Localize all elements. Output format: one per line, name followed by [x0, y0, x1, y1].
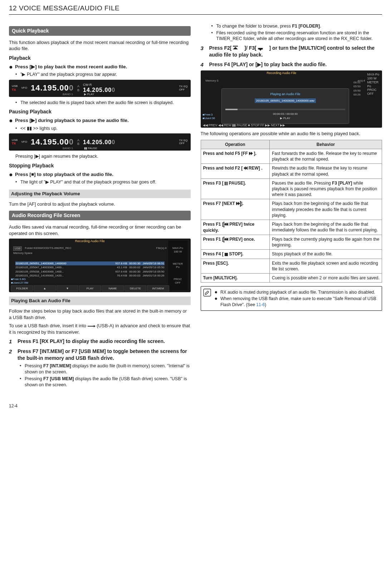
pause-note-text: << ▮▮ >> lights up.: [20, 126, 58, 132]
bullet-icon: •: [15, 72, 18, 78]
bullet-icon: •: [20, 376, 22, 382]
bullet-dot-icon: ●: [9, 117, 13, 124]
bullet-icon: •: [15, 179, 18, 185]
lcd-freq-a: 14.195.000: [31, 137, 74, 147]
pause-resume-text: Pressing [▶] again resumes the playback.: [15, 153, 191, 160]
lcd-file-row: 20180105_055038_14003000_1400... 937.6 K…: [15, 270, 165, 274]
bullet-icon: •: [15, 100, 18, 106]
op-cell: Press and hold F5 [FF ].: [201, 149, 269, 164]
op-cell: Press F4 [ STOP].: [201, 250, 269, 259]
link-11-6[interactable]: 11-6: [256, 302, 265, 307]
stop-note-line: • The light of "▶ PLAY" and that of the …: [15, 179, 191, 185]
op-cell: Press and hold F2 [ REW] .: [201, 164, 269, 178]
instruction-pause-text: Press [▶] during playback to pause the a…: [15, 117, 129, 124]
lcd-screenshot-pause: USB TX VFO 14.195.000 AB 14.205.000 TX E…: [9, 133, 191, 151]
play-note2-text: The selected audio file is played back w…: [20, 100, 174, 106]
lcd-pause-indicator: ▮▮ PAUSE: [84, 147, 97, 150]
section-audio-rec-screen: Audio Recording File Screen: [9, 211, 191, 220]
step-3: 3 Press F2[ ]/ F3[ ] or turn the [MULTI/…: [201, 45, 382, 58]
lcd-btn-folder: FOLDER: [11, 285, 33, 292]
play-note-line: • "▶ PLAY" and the playback progress bar…: [15, 72, 191, 78]
lcd-titlebar: Recording Audio File: [9, 239, 171, 243]
op-cell: Turn [MULTI/CH].: [201, 273, 269, 282]
fast-forward-icon: [249, 151, 253, 157]
be-cell: Plays back from the beginning of the aud…: [269, 199, 382, 220]
lcd-maxpo: MAX-Po100 W: [169, 246, 187, 253]
lcd-maxpo: MAX-Po100 W: [367, 73, 379, 80]
lcd-dialog-filename: 20180105_065051_14003000_14000000.wav: [255, 98, 316, 103]
lcd-dialog-header: Playing an Audio File: [225, 92, 345, 96]
lcd-used: Used:27.5M: [13, 281, 28, 284]
lcd-band: BAND 1: [63, 147, 73, 150]
right-bullet-1-text: To change the folder to browse, press F1…: [216, 23, 321, 29]
pencil-note-icon: [203, 289, 211, 297]
two-column-layout: Quick Playback This function allows play…: [9, 23, 382, 389]
instruction-play: ● Press [▶] to play back the most recent…: [9, 64, 191, 70]
lcd-screenshot-playing: Recording Audio File Memory S e(s):4 Pla…: [201, 70, 382, 128]
bullet-dot-icon: ●: [215, 296, 218, 307]
lcd-btn-next: NEXT ▶▶: [271, 123, 285, 127]
step-2-text: Press F7 [INT.MEM] or F7 [USB MEM] to to…: [18, 348, 191, 362]
pause-note-line: • << ▮▮ >> lights up.: [15, 126, 191, 132]
note-bullet-1-text: RX audio is muted during playback of an …: [220, 289, 375, 295]
prev-icon: [224, 237, 228, 242]
th-operation: Operation: [201, 140, 269, 149]
table-row: Turn [MULTI/CH]. Cueing is possible when…: [201, 273, 382, 282]
instruction-pause: ● Press [▶] during playback to pause the…: [9, 117, 191, 124]
next-icon: [236, 201, 241, 207]
step-4: 4 Press F4 [PLAY] or [▶] to play back th…: [201, 61, 382, 68]
be-cell: Plays back from the beginning of the aud…: [269, 220, 382, 235]
note-icon: [201, 286, 213, 310]
op-cell: Press F1 [ PREV] twice quickly.: [201, 220, 269, 235]
lcd-tx-label: TX: [12, 88, 18, 92]
lcd-right-sidebar: MAX-Po100 W METERPo PROCOFF: [168, 241, 188, 290]
lcd-memspace-label: Memory Space: [13, 251, 167, 255]
audio-rec-intro: Audio files saved via manual recording, …: [9, 224, 191, 236]
bullet-icon: •: [211, 30, 214, 36]
prev-icon: [224, 222, 228, 227]
playing-back-intro2: To use a USB flash drive, insert it into…: [9, 323, 191, 335]
step-4-text: Press F4 [PLAY] or [▶] to play back the …: [209, 61, 327, 68]
lcd-play-dialog: Playing an Audio File 20180105_065051_14…: [221, 88, 349, 124]
bullet-dot-icon: ●: [9, 64, 13, 70]
note-bullet-2-text: When removing the USB flash drive, make …: [220, 296, 379, 307]
instruction-play-text: Press [▶] to play back the most recent a…: [15, 64, 127, 70]
instruction-stop: ● Press [■] to stop playback of the audi…: [9, 171, 191, 178]
lcd-usb-badge: USB: [13, 246, 22, 251]
table-row: Press F1 [ PREV] twice quickly. Plays ba…: [201, 220, 382, 235]
volume-text: Turn the [AF] control to adjust the play…: [9, 201, 191, 207]
lcd-btn-intmem: INT.MEM: [147, 285, 169, 292]
note-body: ● RX audio is muted during playback of a…: [213, 286, 382, 310]
lcd-file-count: File(s):4: [156, 246, 167, 251]
playing-back-intro1: Follow the steps below to play back audi…: [9, 308, 191, 320]
step-1-text: Press F1 [RX PLAY] to display the audio …: [18, 338, 165, 345]
lcd-file-list: 20180105_065051_14003000_1400000 937.6 K…: [15, 261, 165, 278]
be-cell: Fast forwards the audio file. Release th…: [269, 149, 382, 164]
step-number: 2: [9, 348, 14, 355]
step2-bullet-2-text: Pressing F7 [USB MEM] displays the audio…: [25, 376, 191, 388]
lcd-txeq: TX EQOFF: [179, 139, 187, 146]
lcd-btn-pause: ▮▮ PAUSE: [232, 123, 247, 127]
lcd-footer-buttons: FOLDER ▲ ▼ PLAY NAME DELETE INT.MEM: [11, 285, 169, 292]
lcd-btn-down: ▼: [57, 285, 78, 292]
note-box: ● RX audio is muted during playback of a…: [201, 286, 382, 311]
operations-table: Operation Behavior Press and hold F5 [FF…: [201, 140, 382, 283]
right-column: • To change the folder to browse, press …: [201, 23, 382, 389]
lcd-free: Free:3: [204, 113, 212, 116]
lcd-band: BAND 1: [63, 93, 73, 96]
lcd-file-row: 20180101_002612_14195000_1420... 70.4 KB…: [15, 274, 165, 278]
be-cell: Rewinds the audio file. Release the key …: [269, 164, 382, 178]
lcd-btn-name: NAME: [102, 285, 123, 292]
right-bullet-2-text: Files recorded using the timer-recording…: [216, 30, 382, 42]
lcd-freq-a: 14.195.000: [31, 83, 74, 93]
quick-playback-intro: This function allows playback of the mos…: [9, 39, 191, 52]
lcd-folder-path: Folder:KENWOOD/TS-890/RX_REC: [25, 246, 71, 251]
step2-bullet-1-text: Pressing F7 [INT.MEM] displays the audio…: [25, 363, 191, 375]
lcd-screenshot-filelist: Recording Audio File USB Folder:KENWOOD/…: [9, 239, 191, 292]
usb-icon: [88, 324, 96, 328]
heading-stopping: Stopping Playback: [9, 162, 191, 169]
lcd-progress-bar: [225, 109, 345, 110]
bullet-icon: •: [15, 126, 18, 132]
section-quick-playback: Quick Playback: [9, 26, 191, 36]
play-note2-line: • The selected audio file is played back…: [15, 100, 191, 106]
